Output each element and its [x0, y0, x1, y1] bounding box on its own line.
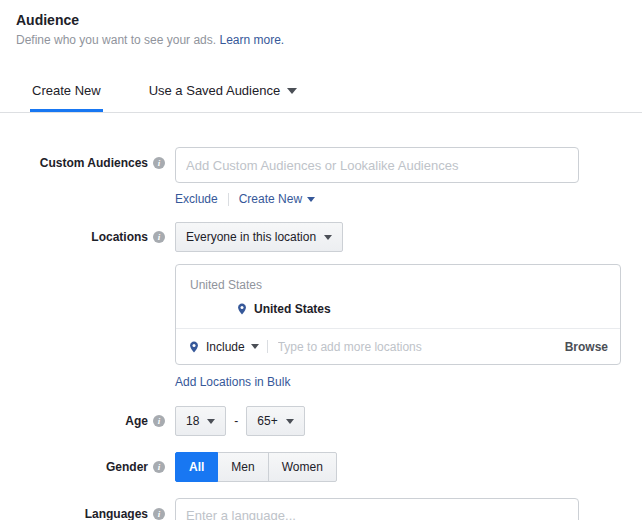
location-scope-label: Everyone in this location — [186, 230, 316, 244]
age-max-dropdown[interactable]: 65+ — [246, 406, 304, 436]
audience-form: Custom Audiences Exclude Create New Loca… — [0, 147, 642, 520]
info-icon[interactable] — [153, 157, 165, 169]
location-search-input[interactable] — [276, 339, 551, 355]
exclude-link[interactable]: Exclude — [175, 192, 218, 206]
create-new-link-label: Create New — [239, 192, 302, 206]
gender-women-button[interactable]: Women — [268, 452, 337, 482]
custom-audiences-row: Custom Audiences Exclude Create New — [0, 147, 642, 206]
chevron-down-icon — [324, 235, 332, 240]
languages-input[interactable] — [175, 498, 579, 520]
info-icon[interactable] — [153, 415, 165, 427]
chevron-down-icon — [207, 419, 215, 424]
info-icon[interactable] — [153, 508, 165, 520]
include-dropdown-label: Include — [206, 340, 245, 354]
locations-box: United States United States — [175, 264, 621, 365]
age-label: Age — [125, 414, 148, 428]
tab-create-new[interactable]: Create New — [30, 83, 103, 112]
age-max-value: 65+ — [257, 414, 277, 428]
selected-location-item[interactable]: United States — [176, 300, 620, 318]
chevron-down-icon — [251, 344, 259, 349]
age-min-value: 18 — [186, 414, 199, 428]
gender-men-button[interactable]: Men — [217, 452, 268, 482]
gender-all-button[interactable]: All — [175, 452, 218, 482]
info-icon[interactable] — [153, 461, 165, 473]
selected-location-name: United States — [254, 302, 331, 316]
add-locations-bulk-link[interactable]: Add Locations in Bulk — [175, 375, 290, 389]
locations-row: Locations Everyone in this location Unit… — [0, 222, 642, 390]
divider — [228, 193, 229, 206]
info-icon[interactable] — [153, 231, 165, 243]
section-header: Audience Define who you want to see your… — [0, 0, 642, 47]
audience-section: Audience Define who you want to see your… — [0, 0, 642, 520]
selected-locations-list: United States United States — [176, 265, 620, 328]
custom-audiences-input[interactable] — [175, 147, 579, 183]
subtitle-text: Define who you want to see your ads. — [16, 33, 216, 47]
languages-row: Languages — [0, 498, 642, 520]
chevron-down-icon — [287, 88, 297, 94]
gender-segmented-control: All Men Women — [175, 452, 337, 482]
location-add-row: Include Browse — [176, 328, 620, 364]
gender-row: Gender All Men Women — [0, 452, 642, 482]
include-dropdown[interactable]: Include — [188, 340, 259, 354]
gender-label: Gender — [106, 460, 148, 474]
age-row: Age 18 - 65+ — [0, 406, 642, 436]
age-range-separator: - — [234, 414, 238, 428]
age-min-dropdown[interactable]: 18 — [175, 406, 226, 436]
audience-tabs: Create New Use a Saved Audience — [0, 83, 642, 113]
location-group-header: United States — [176, 278, 620, 300]
learn-more-link[interactable]: Learn more. — [219, 33, 284, 47]
page-title: Audience — [16, 12, 626, 28]
tab-saved-audience-label: Use a Saved Audience — [149, 83, 281, 98]
browse-button[interactable]: Browse — [559, 340, 608, 354]
location-pin-icon — [236, 302, 248, 316]
locations-label: Locations — [91, 230, 148, 244]
chevron-down-icon — [307, 197, 315, 202]
custom-audiences-label: Custom Audiences — [40, 156, 148, 170]
languages-label: Languages — [85, 507, 148, 520]
location-pin-icon — [188, 340, 200, 354]
tab-saved-audience[interactable]: Use a Saved Audience — [147, 83, 300, 112]
create-new-link[interactable]: Create New — [239, 192, 315, 206]
chevron-down-icon — [286, 419, 294, 424]
divider — [267, 340, 268, 353]
tab-create-new-label: Create New — [32, 83, 101, 98]
location-scope-dropdown[interactable]: Everyone in this location — [175, 222, 343, 252]
